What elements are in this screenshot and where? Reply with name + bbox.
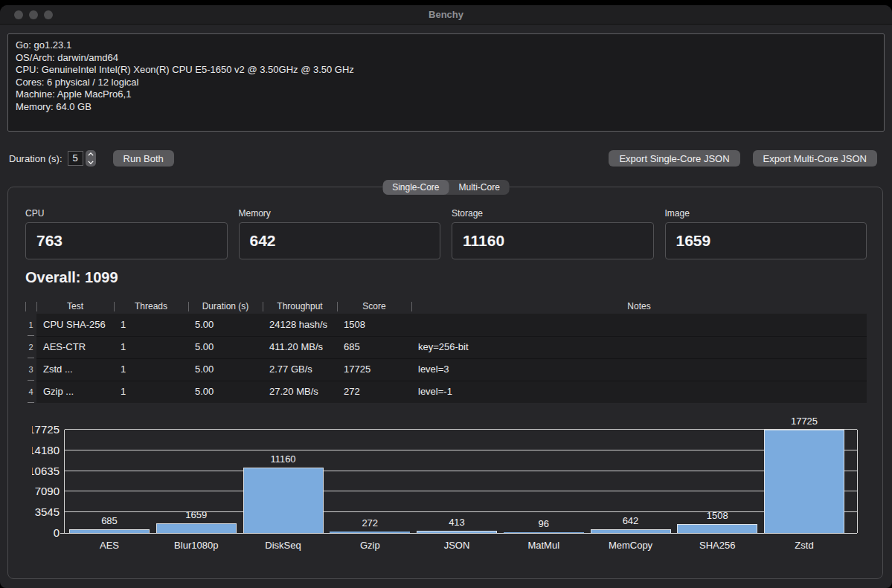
chart-bar-slot: 1659Blur1080p xyxy=(156,430,237,533)
gridline xyxy=(65,491,857,491)
y-axis-tick-label: 7090 xyxy=(32,485,60,498)
header-test: Test xyxy=(36,300,114,314)
table-cell-throughput: 2.77 GB/s xyxy=(263,358,337,381)
export-buttons: Export Single-Core JSON Export Multi-Cor… xyxy=(609,150,877,167)
chart-plot: 685AES1659Blur1080p11160DiskSeq272Gzip41… xyxy=(64,430,858,533)
table-cell-threads: 1 xyxy=(114,314,188,336)
table-cell-num: 2 xyxy=(25,336,36,358)
table-row[interactable]: 1CPU SHA-25615.0024128 hash/s1508 xyxy=(25,314,867,336)
chart-bar xyxy=(591,529,671,533)
core-mode-tabs: Single-Core Multi-Core xyxy=(382,180,510,195)
chart-bar xyxy=(417,531,497,533)
tab-multi-core[interactable]: Multi-Core xyxy=(449,180,510,195)
chart-bar xyxy=(156,523,237,533)
stat-card-value: 11160 xyxy=(463,232,504,250)
table-cell-num: 3 xyxy=(25,358,36,381)
sysinfo-cpu: CPU: GenuineIntel Intel(R) Xeon(R) CPU E… xyxy=(16,64,876,77)
table-cell-score: 685 xyxy=(337,336,411,358)
stat-card-cpu: CPU 763 xyxy=(25,208,228,259)
table-cell-threads: 1 xyxy=(114,358,188,381)
stat-card-image: Image 1659 xyxy=(665,208,867,259)
export-single-core-button[interactable]: Export Single-Core JSON xyxy=(609,150,739,167)
stepper-up-button[interactable] xyxy=(86,150,96,158)
chart-bar-slot: 11160DiskSeq xyxy=(243,430,324,533)
header-duration: Duration (s) xyxy=(188,300,263,314)
system-info-box: Go: go1.23.1 OS/Arch: darwin/amd64 CPU: … xyxy=(7,33,885,132)
table-header: Test Threads Duration (s) Throughput Sco… xyxy=(25,300,867,314)
chart-bar xyxy=(69,529,150,533)
chart-bar-slot: 642MemCopy xyxy=(591,430,671,533)
table-cell-score: 1508 xyxy=(337,314,411,336)
bar-category-label: Zstd xyxy=(752,540,856,551)
chart-bar xyxy=(677,524,757,533)
chart-bar xyxy=(330,532,410,533)
bar-category-label: SHA256 xyxy=(665,540,769,551)
chevron-down-icon xyxy=(88,161,94,164)
table-cell-test: AES-CTR xyxy=(36,336,114,358)
overall-score: Overall: 1099 xyxy=(25,269,118,286)
sysinfo-go: Go: go1.23.1 xyxy=(16,39,876,52)
y-axis-tick-label: 10635 xyxy=(32,465,60,478)
table-row[interactable]: 2AES-CTR15.00411.20 MB/s685key=256-bit xyxy=(25,336,867,358)
table-cell-notes: level=-1 xyxy=(411,381,867,403)
stat-card-box: 11160 xyxy=(452,222,654,259)
y-axis-tick-label: 3545 xyxy=(32,505,60,519)
chart-bar-slot: 685AES xyxy=(69,430,150,533)
header-notes: Notes xyxy=(411,300,867,314)
table-cell-score: 272 xyxy=(337,381,411,403)
y-axis-tick-label: 14180 xyxy=(32,444,60,457)
bar-value-label: 413 xyxy=(405,517,509,528)
header-throughput: Throughput xyxy=(263,300,337,314)
table-body: 1CPU SHA-25615.0024128 hash/s15082AES-CT… xyxy=(25,314,867,403)
table-cell-notes: level=3 xyxy=(411,358,867,381)
sysinfo-cores: Cores: 6 physical / 12 logical xyxy=(16,77,876,89)
header-row-number xyxy=(25,300,36,314)
header-score: Score xyxy=(337,300,411,314)
duration-input[interactable]: 5 xyxy=(68,151,83,166)
stat-card-label: Memory xyxy=(239,208,441,219)
stat-card-storage: Storage 11160 xyxy=(452,208,654,259)
table-row[interactable]: 3Zstd ...15.002.77 GB/s17725level=3 xyxy=(25,358,867,381)
table-cell-throughput: 24128 hash/s xyxy=(263,314,337,336)
run-both-button[interactable]: Run Both xyxy=(113,150,174,167)
bar-value-label: 1508 xyxy=(665,510,769,521)
stat-card-box: 1659 xyxy=(665,222,867,259)
title-bar[interactable]: Benchy xyxy=(0,5,892,25)
stat-card-label: CPU xyxy=(25,208,228,219)
stat-card-value: 763 xyxy=(36,232,62,250)
y-axis-tick-label: 17725 xyxy=(32,423,60,436)
table-cell-test: CPU SHA-256 xyxy=(36,314,114,336)
chart-bar xyxy=(243,468,324,533)
results-table: Test Threads Duration (s) Throughput Sco… xyxy=(25,300,867,403)
bar-category-label: DiskSeq xyxy=(231,540,336,551)
chart-bar-slot: 272Gzip xyxy=(330,430,410,533)
chart-bar-slot: 17725Zstd xyxy=(764,430,844,533)
gridline xyxy=(65,511,857,512)
stat-card-value: 642 xyxy=(250,232,276,250)
table-cell-threads: 1 xyxy=(114,336,188,358)
chevron-up-icon xyxy=(88,152,94,156)
table-cell-score: 17725 xyxy=(337,358,411,381)
gridline xyxy=(65,533,857,534)
y-axis-tick-label: 0 xyxy=(32,526,60,540)
export-multi-core-button[interactable]: Export Multi-Core JSON xyxy=(753,150,877,167)
bar-category-label: Gzip xyxy=(318,540,422,551)
table-cell-num: 4 xyxy=(25,381,36,403)
chart-bar xyxy=(504,532,584,533)
bar-category-label: MatMul xyxy=(492,540,596,551)
stat-card-box: 642 xyxy=(239,222,441,259)
window-title: Benchy xyxy=(0,5,892,25)
bar-category-label: MemCopy xyxy=(579,540,683,551)
chart-bar-slot: 413JSON xyxy=(417,430,497,533)
tab-single-core[interactable]: Single-Core xyxy=(382,180,449,195)
stat-card-label: Image xyxy=(665,208,867,219)
gridline xyxy=(65,429,857,430)
table-row[interactable]: 4Gzip ...15.0027.20 MB/s272level=-1 xyxy=(25,381,867,403)
chart-bar xyxy=(764,430,844,533)
bar-value-label: 11160 xyxy=(231,453,336,465)
table-cell-notes xyxy=(411,314,867,336)
stepper-down-button[interactable] xyxy=(86,158,96,167)
sysinfo-memory: Memory: 64.0 GB xyxy=(16,101,876,114)
table-cell-num: 1 xyxy=(25,314,36,336)
header-threads: Threads xyxy=(114,300,188,314)
